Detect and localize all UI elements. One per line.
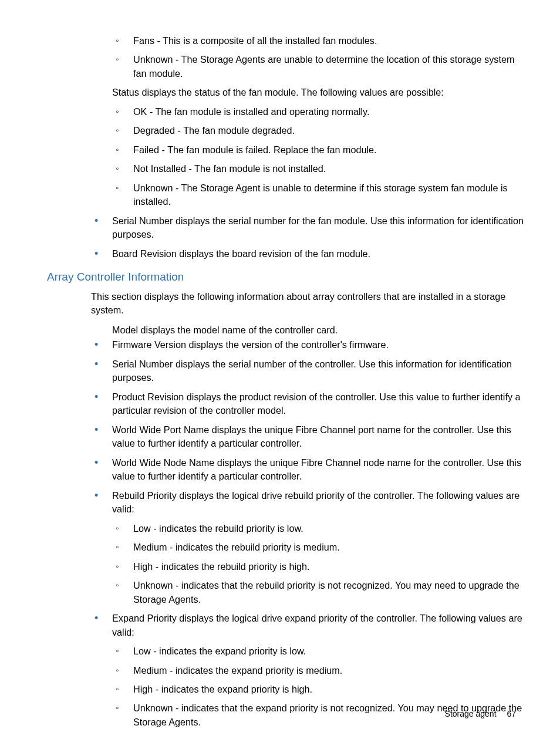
- page-footer: Storage agent 67: [445, 708, 516, 720]
- list-item: Failed - The fan module is failed. Repla…: [112, 143, 525, 157]
- list-item: Not Installed - The fan module is not in…: [112, 162, 525, 175]
- footer-page-number: 67: [507, 709, 516, 718]
- section-heading: Array Controller Information: [47, 269, 525, 285]
- list-item: Medium - indicates the rebuild priority …: [112, 541, 525, 554]
- serial-item: Serial Number displays the serial number…: [91, 214, 525, 242]
- list-item: Product Revision displays the product re…: [91, 390, 525, 418]
- list-item: Unknown - The Storage Agents are unable …: [112, 53, 525, 80]
- section-intro: This section displays the following info…: [91, 290, 525, 318]
- board-item: Board Revision displays the board revisi…: [91, 247, 525, 261]
- list-item: World Wide Port Name displays the unique…: [91, 423, 525, 451]
- list-item: Unknown - indicates that the rebuild pri…: [112, 579, 525, 606]
- list-item: Fans - This is a composite of all the in…: [112, 34, 525, 48]
- list-item: Serial Number displays the serial number…: [91, 357, 525, 385]
- controller-info-list: Model displays the model name of the con…: [91, 323, 525, 730]
- list-item: High - indicates the expand priority is …: [112, 683, 525, 696]
- rebuild-intro-text: Rebuild Priority displays the logical dr…: [112, 490, 519, 514]
- rebuild-values-list: Low - indicates the rebuild priority is …: [112, 522, 525, 606]
- list-item: Fans - This is a composite of all the in…: [91, 34, 525, 80]
- fan-module-list-cont: Status displays the status of the fan mo…: [91, 86, 525, 261]
- status-item: Status displays the status of the fan mo…: [91, 86, 525, 208]
- list-item: Unknown - The Storage Agent is unable to…: [112, 181, 525, 209]
- status-intro-text: Status displays the status of the fan mo…: [112, 87, 444, 97]
- page-content: Fans - This is a composite of all the in…: [0, 0, 560, 729]
- list-item: Medium - indicates the expand priority i…: [112, 664, 525, 677]
- list-item: World Wide Node Name displays the unique…: [91, 456, 525, 484]
- list-item: Low - indicates the expand priority is l…: [112, 644, 525, 658]
- status-values-list: OK - The fan module is installed and ope…: [112, 105, 525, 209]
- footer-label: Storage agent: [445, 709, 497, 718]
- list-item: Degraded - The fan module degraded.: [112, 124, 525, 137]
- list-item: Low - indicates the rebuild priority is …: [112, 522, 525, 535]
- location-values-list: Fans - This is a composite of all the in…: [112, 34, 525, 80]
- expand-intro-text: Expand Priority displays the logical dri…: [112, 613, 522, 637]
- rebuild-item: Rebuild Priority displays the logical dr…: [91, 489, 525, 606]
- list-item: High - indicates the rebuild priority is…: [112, 560, 525, 573]
- fan-module-list: Fans - This is a composite of all the in…: [91, 34, 525, 80]
- list-item: OK - The fan module is installed and ope…: [112, 105, 525, 119]
- list-item: Firmware Version displays the version of…: [91, 338, 525, 352]
- list-item: Model displays the model name of the con…: [91, 323, 525, 337]
